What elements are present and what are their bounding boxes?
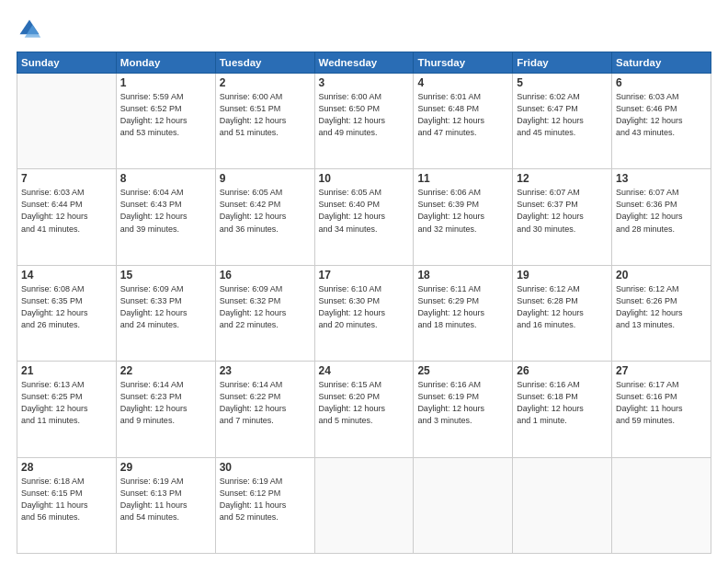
calendar-cell: 23Sunrise: 6:14 AMSunset: 6:22 PMDayligh… xyxy=(215,362,314,457)
logo xyxy=(17,17,46,42)
day-number: 24 xyxy=(319,364,410,377)
day-info: Sunrise: 6:19 AMSunset: 6:13 PMDaylight:… xyxy=(120,476,211,523)
day-info: Sunrise: 6:00 AMSunset: 6:50 PMDaylight:… xyxy=(319,91,410,139)
day-info: Sunrise: 6:05 AMSunset: 6:42 PMDaylight:… xyxy=(220,187,311,235)
calendar-header-thursday: Thursday xyxy=(414,52,513,74)
calendar-header-wednesday: Wednesday xyxy=(314,52,414,74)
day-number: 15 xyxy=(120,269,211,282)
calendar-cell: 29Sunrise: 6:19 AMSunset: 6:13 PMDayligh… xyxy=(116,457,215,553)
calendar-week-5: 28Sunrise: 6:18 AMSunset: 6:15 PMDayligh… xyxy=(17,457,711,553)
day-number: 10 xyxy=(319,172,410,185)
calendar-cell: 7Sunrise: 6:03 AMSunset: 6:44 PMDaylight… xyxy=(17,169,117,265)
day-info: Sunrise: 6:10 AMSunset: 6:30 PMDaylight:… xyxy=(319,283,410,331)
calendar-week-1: 1Sunrise: 5:59 AMSunset: 6:52 PMDaylight… xyxy=(17,74,711,169)
day-info: Sunrise: 6:02 AMSunset: 6:47 PMDaylight:… xyxy=(517,91,608,139)
day-number: 5 xyxy=(517,76,608,89)
calendar-cell: 28Sunrise: 6:18 AMSunset: 6:15 PMDayligh… xyxy=(17,457,117,553)
day-number: 9 xyxy=(220,172,311,185)
calendar-cell: 8Sunrise: 6:04 AMSunset: 6:43 PMDaylight… xyxy=(116,169,215,265)
day-number: 1 xyxy=(120,76,211,89)
calendar-cell: 3Sunrise: 6:00 AMSunset: 6:50 PMDaylight… xyxy=(314,74,414,169)
day-info: Sunrise: 6:06 AMSunset: 6:39 PMDaylight:… xyxy=(417,187,508,235)
day-number: 7 xyxy=(21,172,112,185)
calendar-week-2: 7Sunrise: 6:03 AMSunset: 6:44 PMDaylight… xyxy=(17,169,711,265)
calendar-cell: 27Sunrise: 6:17 AMSunset: 6:16 PMDayligh… xyxy=(612,362,711,457)
calendar-cell: 15Sunrise: 6:09 AMSunset: 6:33 PMDayligh… xyxy=(116,265,215,361)
day-number: 14 xyxy=(21,269,112,282)
day-number: 28 xyxy=(21,461,112,474)
day-number: 23 xyxy=(220,364,311,377)
calendar-cell: 1Sunrise: 5:59 AMSunset: 6:52 PMDaylight… xyxy=(116,74,215,169)
calendar-cell: 9Sunrise: 6:05 AMSunset: 6:42 PMDaylight… xyxy=(215,169,314,265)
calendar-cell xyxy=(17,74,117,169)
day-number: 2 xyxy=(220,76,311,89)
day-info: Sunrise: 6:07 AMSunset: 6:36 PMDaylight:… xyxy=(616,187,707,235)
day-number: 6 xyxy=(616,76,707,89)
calendar-cell: 26Sunrise: 6:16 AMSunset: 6:18 PMDayligh… xyxy=(513,362,612,457)
day-info: Sunrise: 6:09 AMSunset: 6:33 PMDaylight:… xyxy=(120,283,211,331)
day-number: 13 xyxy=(616,172,707,185)
day-info: Sunrise: 6:17 AMSunset: 6:16 PMDaylight:… xyxy=(616,379,707,427)
calendar-cell: 19Sunrise: 6:12 AMSunset: 6:28 PMDayligh… xyxy=(513,265,612,361)
calendar-cell: 17Sunrise: 6:10 AMSunset: 6:30 PMDayligh… xyxy=(314,265,414,361)
calendar-header-sunday: Sunday xyxy=(17,52,117,74)
day-info: Sunrise: 6:09 AMSunset: 6:32 PMDaylight:… xyxy=(220,283,311,331)
calendar-cell xyxy=(314,457,414,553)
calendar-week-4: 21Sunrise: 6:13 AMSunset: 6:25 PMDayligh… xyxy=(17,362,711,457)
calendar-cell: 6Sunrise: 6:03 AMSunset: 6:46 PMDaylight… xyxy=(612,74,711,169)
day-number: 17 xyxy=(319,269,410,282)
day-number: 29 xyxy=(120,461,211,474)
day-info: Sunrise: 6:16 AMSunset: 6:18 PMDaylight:… xyxy=(517,379,608,427)
day-number: 25 xyxy=(417,364,508,377)
page: SundayMondayTuesdayWednesdayThursdayFrid… xyxy=(0,0,728,563)
day-number: 26 xyxy=(517,364,608,377)
calendar-cell: 24Sunrise: 6:15 AMSunset: 6:20 PMDayligh… xyxy=(314,362,414,457)
calendar-cell: 18Sunrise: 6:11 AMSunset: 6:29 PMDayligh… xyxy=(414,265,513,361)
day-number: 12 xyxy=(517,172,608,185)
calendar-cell xyxy=(414,457,513,553)
calendar-cell: 14Sunrise: 6:08 AMSunset: 6:35 PMDayligh… xyxy=(17,265,117,361)
day-number: 3 xyxy=(319,76,410,89)
day-number: 22 xyxy=(120,364,211,377)
calendar-cell: 20Sunrise: 6:12 AMSunset: 6:26 PMDayligh… xyxy=(612,265,711,361)
day-number: 4 xyxy=(417,76,508,89)
day-number: 30 xyxy=(220,461,311,474)
day-info: Sunrise: 6:16 AMSunset: 6:19 PMDaylight:… xyxy=(417,379,508,427)
calendar-header-row: SundayMondayTuesdayWednesdayThursdayFrid… xyxy=(17,52,711,74)
day-info: Sunrise: 6:19 AMSunset: 6:12 PMDaylight:… xyxy=(220,476,311,523)
day-info: Sunrise: 6:18 AMSunset: 6:15 PMDaylight:… xyxy=(21,476,112,523)
calendar-cell: 22Sunrise: 6:14 AMSunset: 6:23 PMDayligh… xyxy=(116,362,215,457)
day-number: 20 xyxy=(616,269,707,282)
calendar-cell: 4Sunrise: 6:01 AMSunset: 6:48 PMDaylight… xyxy=(414,74,513,169)
calendar-week-3: 14Sunrise: 6:08 AMSunset: 6:35 PMDayligh… xyxy=(17,265,711,361)
day-info: Sunrise: 6:15 AMSunset: 6:20 PMDaylight:… xyxy=(319,379,410,427)
day-info: Sunrise: 6:14 AMSunset: 6:22 PMDaylight:… xyxy=(220,379,311,427)
day-info: Sunrise: 5:59 AMSunset: 6:52 PMDaylight:… xyxy=(120,91,211,139)
calendar-table: SundayMondayTuesdayWednesdayThursdayFrid… xyxy=(17,52,711,554)
day-info: Sunrise: 6:03 AMSunset: 6:46 PMDaylight:… xyxy=(616,91,707,139)
calendar-cell: 12Sunrise: 6:07 AMSunset: 6:37 PMDayligh… xyxy=(513,169,612,265)
day-number: 21 xyxy=(21,364,112,377)
calendar-cell: 25Sunrise: 6:16 AMSunset: 6:19 PMDayligh… xyxy=(414,362,513,457)
day-number: 11 xyxy=(417,172,508,185)
day-info: Sunrise: 6:13 AMSunset: 6:25 PMDaylight:… xyxy=(21,379,112,427)
header xyxy=(17,17,711,42)
day-info: Sunrise: 6:04 AMSunset: 6:43 PMDaylight:… xyxy=(120,187,211,235)
calendar-cell xyxy=(513,457,612,553)
calendar-header-friday: Friday xyxy=(513,52,612,74)
calendar-header-saturday: Saturday xyxy=(612,52,711,74)
calendar-cell: 11Sunrise: 6:06 AMSunset: 6:39 PMDayligh… xyxy=(414,169,513,265)
calendar-cell: 13Sunrise: 6:07 AMSunset: 6:36 PMDayligh… xyxy=(612,169,711,265)
calendar-cell: 2Sunrise: 6:00 AMSunset: 6:51 PMDaylight… xyxy=(215,74,314,169)
calendar-cell: 16Sunrise: 6:09 AMSunset: 6:32 PMDayligh… xyxy=(215,265,314,361)
day-info: Sunrise: 6:00 AMSunset: 6:51 PMDaylight:… xyxy=(220,91,311,139)
day-info: Sunrise: 6:12 AMSunset: 6:26 PMDaylight:… xyxy=(616,283,707,331)
calendar-cell: 5Sunrise: 6:02 AMSunset: 6:47 PMDaylight… xyxy=(513,74,612,169)
day-info: Sunrise: 6:01 AMSunset: 6:48 PMDaylight:… xyxy=(417,91,508,139)
day-number: 8 xyxy=(120,172,211,185)
day-info: Sunrise: 6:05 AMSunset: 6:40 PMDaylight:… xyxy=(319,187,410,235)
day-info: Sunrise: 6:11 AMSunset: 6:29 PMDaylight:… xyxy=(417,283,508,331)
calendar-cell: 30Sunrise: 6:19 AMSunset: 6:12 PMDayligh… xyxy=(215,457,314,553)
day-info: Sunrise: 6:08 AMSunset: 6:35 PMDaylight:… xyxy=(21,283,112,331)
day-number: 27 xyxy=(616,364,707,377)
